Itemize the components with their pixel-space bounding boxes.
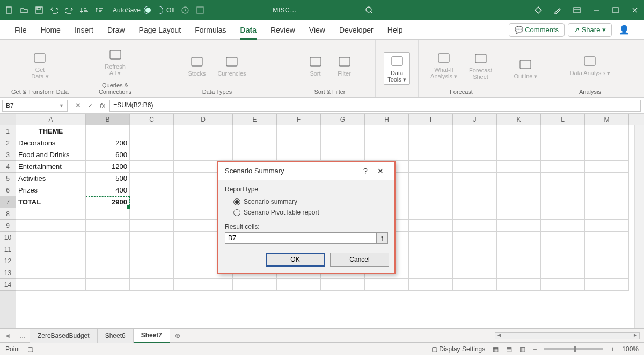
- cell[interactable]: [16, 232, 86, 243]
- cell[interactable]: [321, 279, 365, 291]
- cell[interactable]: [409, 232, 453, 243]
- cell[interactable]: [585, 173, 629, 184]
- cell[interactable]: [130, 173, 174, 184]
- cell[interactable]: [16, 279, 86, 291]
- redo-icon[interactable]: [64, 5, 74, 15]
- cell[interactable]: [321, 125, 365, 137]
- cell[interactable]: 400: [86, 184, 130, 196]
- ribbon-forecast-sheet[interactable]: ForecastSheet: [466, 50, 495, 81]
- cell[interactable]: [130, 267, 174, 279]
- cell[interactable]: [16, 243, 86, 255]
- tab-view[interactable]: View: [302, 20, 332, 40]
- maximize-icon[interactable]: [611, 5, 620, 15]
- cell[interactable]: [16, 267, 86, 279]
- cell[interactable]: [409, 161, 453, 173]
- cell[interactable]: [541, 161, 585, 173]
- row-header[interactable]: 14: [0, 279, 16, 291]
- cell[interactable]: Food and Drinks: [16, 149, 86, 161]
- cell[interactable]: [585, 279, 629, 291]
- cell[interactable]: [233, 279, 277, 291]
- cell[interactable]: [453, 137, 497, 149]
- cell[interactable]: 200: [86, 137, 130, 149]
- col-header-M[interactable]: M: [585, 114, 629, 125]
- cell[interactable]: [497, 125, 541, 137]
- cell[interactable]: Entertainment: [16, 161, 86, 173]
- cell[interactable]: [130, 208, 174, 220]
- account-icon[interactable]: 👤: [612, 20, 636, 40]
- cell[interactable]: [585, 149, 629, 161]
- row-header[interactable]: 6: [0, 184, 16, 196]
- radio-scenario-summary[interactable]: Scenario summary: [225, 196, 388, 207]
- ribbon-get-data[interactable]: GetData ▾: [28, 49, 52, 81]
- name-box[interactable]: B7▼: [2, 100, 68, 112]
- col-header-G[interactable]: G: [321, 114, 365, 125]
- cell[interactable]: [585, 184, 629, 196]
- pencil-icon[interactable]: [553, 5, 562, 15]
- row-header[interactable]: 4: [0, 161, 16, 173]
- row-header[interactable]: 13: [0, 267, 16, 279]
- cell[interactable]: [16, 220, 86, 232]
- cell[interactable]: [16, 208, 86, 220]
- ribbon-what-if-analysis[interactable]: What-IfAnalysis ▾: [427, 49, 460, 81]
- col-header-H[interactable]: H: [365, 114, 409, 125]
- ribbon-data-analysis[interactable]: Data Analysis ▾: [567, 53, 614, 78]
- horizontal-scrollbar[interactable]: [495, 332, 640, 339]
- cell[interactable]: [541, 149, 585, 161]
- cell[interactable]: [497, 161, 541, 173]
- sort-desc-icon[interactable]: [94, 5, 104, 15]
- cell[interactable]: [86, 279, 130, 291]
- cell[interactable]: [409, 125, 453, 137]
- sheet-tab-sheet6[interactable]: Sheet6: [98, 329, 134, 343]
- sheet-tab-zerobasedbudget[interactable]: ZeroBasedBudget: [30, 329, 98, 343]
- cell[interactable]: TOTAL: [16, 196, 86, 208]
- ribbon-stocks[interactable]: Stocks: [185, 53, 209, 78]
- zoom-level[interactable]: 100%: [622, 345, 639, 353]
- dialog-close-icon[interactable]: ✕: [373, 167, 388, 175]
- cell[interactable]: [409, 267, 453, 279]
- ribbon-outline[interactable]: Outline ▾: [511, 56, 541, 81]
- col-header-B[interactable]: B: [86, 114, 130, 125]
- help-icon[interactable]: ?: [358, 167, 373, 175]
- cell[interactable]: [277, 125, 321, 137]
- cell[interactable]: [130, 149, 174, 161]
- cell[interactable]: [409, 220, 453, 232]
- undo-icon[interactable]: [49, 5, 59, 15]
- row-header[interactable]: 8: [0, 208, 16, 220]
- cell[interactable]: [585, 267, 629, 279]
- add-sheet-icon[interactable]: ⊕: [170, 332, 185, 339]
- zoom-out-icon[interactable]: −: [533, 345, 537, 353]
- cell[interactable]: [453, 267, 497, 279]
- sheet-tab-sheet7[interactable]: Sheet7: [134, 329, 170, 343]
- share-button[interactable]: ↗ Share ▾: [568, 23, 612, 37]
- cell[interactable]: [497, 255, 541, 267]
- tab-file[interactable]: File: [8, 20, 34, 40]
- cell[interactable]: [130, 137, 174, 149]
- cell[interactable]: [585, 255, 629, 267]
- cell[interactable]: [86, 208, 130, 220]
- col-header-C[interactable]: C: [130, 114, 174, 125]
- col-header-K[interactable]: K: [497, 114, 541, 125]
- sheet-nav-more[interactable]: …: [15, 332, 30, 339]
- cell[interactable]: Prizes: [16, 184, 86, 196]
- cell[interactable]: [453, 243, 497, 255]
- cell[interactable]: THEME: [16, 125, 86, 137]
- cell[interactable]: [585, 232, 629, 243]
- cell[interactable]: [130, 161, 174, 173]
- cell[interactable]: [541, 173, 585, 184]
- row-header[interactable]: 2: [0, 137, 16, 149]
- tab-formulas[interactable]: Formulas: [188, 20, 233, 40]
- close-icon[interactable]: [630, 5, 640, 15]
- cell[interactable]: [409, 149, 453, 161]
- cell[interactable]: [130, 125, 174, 137]
- tab-data[interactable]: Data: [233, 20, 264, 40]
- ribbon-refresh-all[interactable]: RefreshAll ▾: [101, 46, 129, 78]
- ribbon-data-tools[interactable]: DataTools ▾: [384, 52, 410, 85]
- cell[interactable]: [497, 196, 541, 208]
- cell[interactable]: [497, 184, 541, 196]
- ribbon-currencies[interactable]: Currencies: [214, 53, 249, 78]
- cell[interactable]: [541, 255, 585, 267]
- cell[interactable]: [585, 196, 629, 208]
- tab-insert[interactable]: Insert: [68, 20, 100, 40]
- col-header-J[interactable]: J: [453, 114, 497, 125]
- cell[interactable]: Decorations: [16, 137, 86, 149]
